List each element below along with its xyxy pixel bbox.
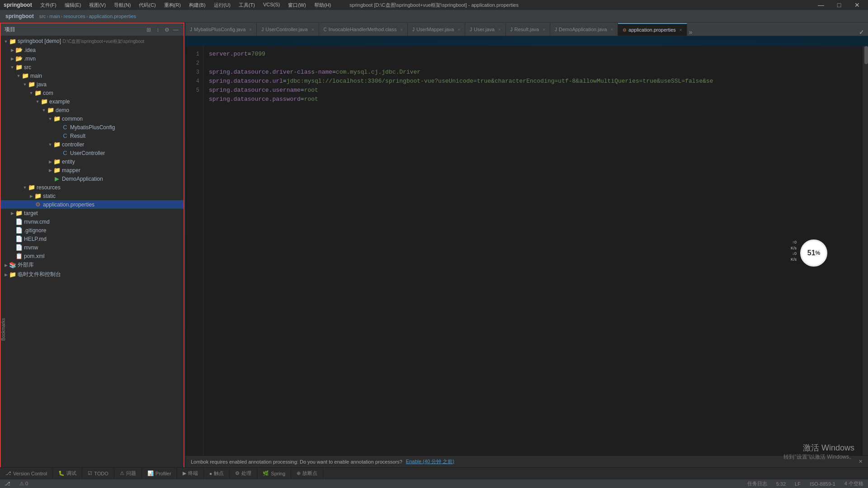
menu-vcs[interactable]: VCS(S) (259, 1, 283, 9)
line-num-1: 1 (185, 50, 199, 59)
tree-pomxml[interactable]: 📋 pom.xml (1, 252, 184, 260)
tree-mybatisconfig[interactable]: C MybatisPlusConfig (1, 123, 184, 131)
bottom-tab-todo[interactable]: ☑ TODO (82, 468, 114, 479)
menu-view[interactable]: 视图(V) (85, 1, 109, 9)
tab-close-demoapplication[interactable]: × (610, 27, 613, 32)
menu-code[interactable]: 代码(C) (135, 1, 159, 9)
tab-demoapplication[interactable]: J DemoApplication.java × (550, 23, 618, 36)
tree-mvnwcmd[interactable]: 📄 mvnw.cmd (1, 217, 184, 226)
minimize-button[interactable]: — (812, 0, 830, 10)
tab-close-user[interactable]: × (498, 27, 501, 32)
menu-edit[interactable]: 编辑(E) (61, 1, 85, 9)
editor-area: 1 2 3 4 5 server.port=7099 spring.dataso… (185, 46, 868, 479)
maximize-button[interactable]: □ (830, 0, 848, 10)
tree-demoapplication[interactable]: ▶ DemoApplication (1, 174, 184, 183)
title-bar: springboot 文件(F) 编辑(E) 视图(V) 导航(N) 代码(C)… (0, 0, 868, 10)
notification-close[interactable]: ✕ (859, 459, 863, 465)
status-git[interactable]: ⎇ (0, 479, 15, 488)
menu-tools[interactable]: 工具(T) (235, 1, 259, 9)
status-indent[interactable]: 4 个空格 (840, 479, 868, 488)
tree-idea[interactable]: ▶ 📂 .idea (1, 46, 184, 54)
scrollbar-thumb[interactable] (864, 46, 868, 64)
tree-common[interactable]: ▼ 📁 common (1, 114, 184, 123)
bottom-tab-profiler[interactable]: 📊 Profiler (142, 468, 177, 479)
tree-mapper[interactable]: ▶ 📁 mapper (1, 166, 184, 174)
tab-user[interactable]: J User.java × (465, 23, 506, 36)
tree-main[interactable]: ▼ 📁 main (1, 71, 184, 80)
tree-java[interactable]: ▼ 📁 java (1, 80, 184, 89)
tab-close-invocable[interactable]: × (400, 27, 403, 32)
cpu-circle[interactable]: 51% (800, 239, 827, 267)
bottom-tab-breakpoints[interactable]: ⊕ 故断点 (291, 468, 323, 479)
status-task-log[interactable]: 任务日志 (743, 479, 772, 488)
panel-sort-btn[interactable]: ↕ (154, 26, 162, 34)
bc-file[interactable]: application.properties (89, 14, 136, 19)
bottom-tab-vcs[interactable]: ⎇ Version Control (0, 468, 53, 479)
notification-action[interactable]: Enable (40 分钟 之前) (406, 458, 454, 465)
tree-project-root[interactable]: ▼ 📁 springboot [demo] D:\C盘图\springboot+… (1, 37, 184, 46)
tree-example[interactable]: ▼ 📁 example (1, 97, 184, 106)
menu-window[interactable]: 窗口(W) (284, 1, 310, 9)
code-editor[interactable]: server.port=7099 spring.datasource.drive… (203, 46, 863, 479)
tab-invocable[interactable]: C InvocableHandlerMethod.class × (319, 23, 408, 36)
tab-result[interactable]: J Result.java × (506, 23, 550, 36)
bottom-tab-spring[interactable]: 🌿 Spring (257, 468, 291, 479)
bottom-tab-problems[interactable]: ⚠ 问题 (114, 468, 142, 479)
tree-mvn[interactable]: ▶ 📂 .mvn (1, 54, 184, 63)
bottom-tab-endpoints[interactable]: ● 触点 (204, 468, 230, 479)
tree-resources[interactable]: ▼ 📁 resources (1, 183, 184, 192)
checkmark-icon[interactable]: ✓ (859, 28, 864, 36)
bookmarks-label[interactable]: Bookmarks (0, 316, 7, 343)
tree-usercontroller[interactable]: C UserController (1, 149, 184, 157)
menu-help[interactable]: 帮助(H) (311, 1, 335, 9)
status-lf[interactable]: LF (790, 479, 805, 488)
menu-refactor[interactable]: 重构(R) (160, 1, 184, 9)
tab-more[interactable]: » (689, 28, 693, 36)
bottom-tab-terminal[interactable]: ▶ 终端 (177, 468, 204, 479)
tree-controller[interactable]: ▼ 📁 controller (1, 140, 184, 149)
menu-run[interactable]: 运行(U) (210, 1, 234, 9)
panel-settings-btn[interactable]: ⚙ (163, 26, 171, 34)
line-numbers: 1 2 3 4 5 (185, 46, 203, 479)
status-problems[interactable]: ⚠ 0 (15, 479, 33, 488)
menu-build[interactable]: 构建(B) (185, 1, 209, 9)
menu-file[interactable]: 文件(F) (37, 1, 60, 9)
panel-minimize-btn[interactable]: — (172, 26, 180, 34)
status-position[interactable]: 5:32 (772, 479, 790, 488)
bottom-tab-debug[interactable]: 🐛 调试 (53, 468, 82, 479)
tree-src[interactable]: ▼ 📁 src (1, 63, 184, 71)
tree-helpmd[interactable]: 📄 HELP.md (1, 235, 184, 243)
tab-usercontroller[interactable]: J UserController.java × (257, 23, 319, 36)
tab-application-properties[interactable]: ⚙ application.properties × (618, 23, 687, 36)
bc-src[interactable]: src (39, 14, 46, 19)
tab-usermapper[interactable]: J UserMapper.java × (408, 23, 465, 36)
menu-navigate[interactable]: 导航(N) (110, 1, 134, 9)
tree-mvnw[interactable]: 📄 mvnw (1, 243, 184, 252)
debug-icon: 🐛 (58, 470, 65, 476)
close-button[interactable]: ✕ (848, 0, 866, 10)
vcs-icon: ⎇ (5, 470, 11, 476)
bottom-tab-process[interactable]: ⚙ 处理 (230, 468, 257, 479)
bc-resources[interactable]: resources (64, 14, 85, 19)
tab-close-result[interactable]: × (542, 27, 545, 32)
tree-external-libs[interactable]: ▶ 📚 外部库 (1, 260, 184, 270)
tree-static[interactable]: ▶ 📁 static (1, 192, 184, 200)
tab-close-properties[interactable]: × (679, 28, 682, 33)
tab-close-usercontroller[interactable]: × (311, 27, 314, 32)
tree-result[interactable]: C Result (1, 131, 184, 140)
tree-demo[interactable]: ▼ 📁 demo (1, 106, 184, 114)
tree-entity[interactable]: ▶ 📁 entity (1, 157, 184, 166)
panel-collapse-btn[interactable]: ⊞ (145, 26, 153, 34)
tab-close-usermapper[interactable]: × (458, 27, 460, 32)
status-encoding[interactable]: ISO-8859-1 (805, 479, 840, 488)
tree-gitignore[interactable]: 📄 .gitignore (1, 226, 184, 235)
tree-application-properties[interactable]: ⚙ application.properties (1, 200, 184, 209)
tab-close-mybatisconfig[interactable]: × (249, 27, 252, 32)
tree-com[interactable]: ▼ 📁 com (1, 89, 184, 97)
tab-bar: J MybatisPlusConfig.java × J UserControl… (185, 23, 868, 36)
tab-mybatisconfig[interactable]: J MybatisPlusConfig.java × (185, 23, 257, 36)
tree-target[interactable]: ▶ 📁 target (1, 209, 184, 217)
vertical-scrollbar[interactable] (863, 46, 868, 479)
tree-scratch[interactable]: ▶ 📁 临时文件和控制台 (1, 270, 184, 279)
bc-main[interactable]: main (49, 14, 60, 19)
